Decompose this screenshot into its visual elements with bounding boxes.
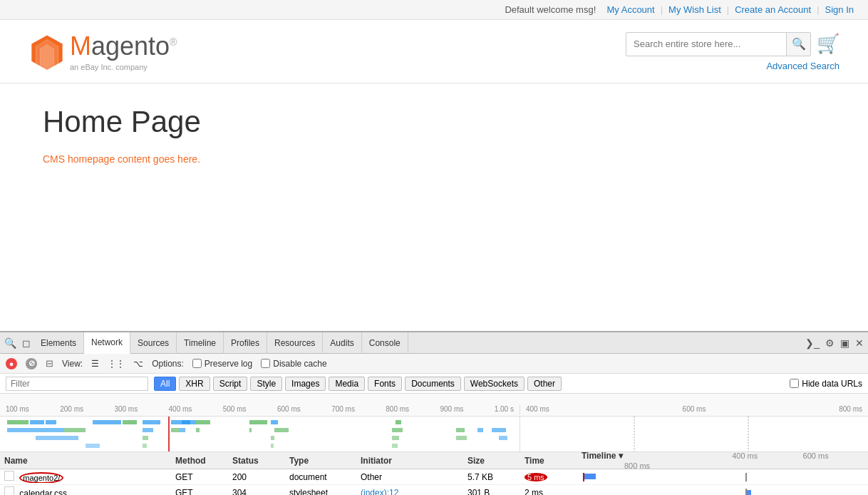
col-type-header[interactable]: Type	[285, 456, 356, 466]
filter-all[interactable]: All	[154, 377, 176, 391]
filter-documents[interactable]: Documents	[405, 377, 461, 391]
cart-icon[interactable]: 🛒	[817, 33, 839, 55]
filter-images[interactable]: Images	[285, 377, 326, 391]
devtools-icons: ❯_ ⚙ ▣ ✕	[805, 337, 864, 349]
svg-rect-35	[86, 444, 100, 448]
tab-timeline[interactable]: Timeline	[177, 332, 224, 354]
table-row[interactable]: calendar.css GET 304 stylesheet (index):…	[0, 485, 868, 495]
tab-console[interactable]: Console	[362, 332, 408, 354]
tab-elements[interactable]: Elements	[33, 332, 84, 354]
disable-cache-label[interactable]: Disable cache	[261, 359, 326, 369]
initiator-link[interactable]: (index):12	[361, 488, 398, 496]
row-status: 200	[228, 472, 285, 482]
advanced-search-link[interactable]: Advanced Search	[766, 61, 839, 71]
site-header: Magento® an eBay Inc. company 🔍 🛒 Advanc…	[0, 20, 868, 83]
row-method: GET	[171, 472, 228, 482]
view-flame-icon[interactable]: ⌥	[133, 359, 143, 369]
svg-rect-27	[477, 428, 483, 432]
filter-icon[interactable]: ⊟	[46, 358, 53, 369]
magento-logo[interactable]: Magento® an eBay Inc. company	[29, 31, 177, 71]
create-account-link[interactable]: Create an Account	[735, 4, 811, 15]
row-name-highlighted: magento2/	[19, 472, 63, 483]
tab-resources[interactable]: Resources	[267, 332, 323, 354]
devtools-search-icon[interactable]: 🔍	[4, 337, 16, 349]
row-name: magento2/	[0, 471, 171, 483]
devtools-terminal-icon[interactable]: ❯_	[805, 337, 820, 349]
col-time-header[interactable]: Time	[520, 456, 577, 466]
disable-cache-checkbox[interactable]	[261, 359, 270, 368]
view-tree-icon[interactable]: ⋮⋮	[108, 359, 125, 369]
filter-input[interactable]	[6, 377, 148, 391]
svg-rect-4	[30, 420, 44, 424]
options-label: Options:	[152, 359, 184, 369]
filter-fonts[interactable]: Fonts	[368, 377, 402, 391]
filter-websockets[interactable]: WebSockets	[464, 377, 525, 391]
view-list-icon[interactable]: ☰	[91, 359, 99, 369]
svg-rect-12	[196, 420, 210, 424]
search-button[interactable]: 🔍	[786, 32, 810, 56]
devtools-tab-bar: 🔍 ◻ Elements Network Sources Timeline Pr…	[0, 332, 868, 354]
hide-data-urls-checkbox[interactable]	[790, 379, 799, 388]
logo-area: Magento® an eBay Inc. company	[29, 31, 177, 71]
tab-profiles[interactable]: Profiles	[224, 332, 267, 354]
row-size: 5.7 KB	[463, 472, 520, 482]
search-input[interactable]	[626, 39, 786, 49]
filter-other[interactable]: Other	[527, 377, 562, 391]
my-account-link[interactable]: My Account	[607, 4, 655, 15]
filter-media[interactable]: Media	[329, 377, 365, 391]
preserve-log-checkbox[interactable]	[192, 359, 202, 368]
timeline-bars	[0, 417, 868, 452]
filter-style[interactable]: Style	[250, 377, 282, 391]
row-time: 5 ms	[520, 472, 577, 482]
my-wish-list-link[interactable]: My Wish List	[668, 4, 721, 15]
col-status-header[interactable]: Status	[228, 456, 285, 466]
stop-button[interactable]: ⊘	[26, 358, 37, 369]
record-button[interactable]: ●	[6, 358, 17, 369]
svg-rect-34	[499, 436, 507, 440]
col-name-header[interactable]: Name	[0, 456, 171, 466]
timeline-ruler-left: 100 ms 200 ms 300 ms 400 ms 500 ms 600 m…	[0, 405, 520, 414]
tab-sources[interactable]: Sources	[130, 332, 177, 354]
svg-rect-29	[36, 436, 78, 440]
row-time: 2 ms	[520, 488, 577, 496]
row-initiator: Other	[356, 472, 463, 482]
devtools-close-icon[interactable]: ✕	[855, 337, 864, 349]
devtools-settings-icon[interactable]: ⚙	[825, 337, 835, 349]
cms-link[interactable]: CMS homepage content goes here.	[43, 153, 200, 165]
header-right: 🔍 🛒 Advanced Search	[626, 32, 839, 71]
file-checkbox[interactable]	[4, 471, 14, 481]
col-initiator-header[interactable]: Initiator	[356, 456, 463, 466]
row-type: document	[285, 472, 356, 482]
row-type: stylesheet	[285, 488, 356, 496]
col-timeline-header[interactable]: Timeline ▾ 400 ms 600 ms 800 ms	[577, 451, 868, 471]
svg-rect-9	[153, 420, 160, 424]
sign-in-link[interactable]: Sign In	[825, 4, 854, 15]
filter-xhr[interactable]: XHR	[179, 377, 210, 391]
devtools-dock-icon[interactable]: ▣	[840, 337, 849, 349]
cms-content: CMS homepage content goes here.	[43, 153, 825, 165]
svg-rect-19	[143, 428, 153, 432]
row-size: 301 B	[463, 488, 520, 496]
row-initiator: (index):12	[356, 488, 463, 496]
col-size-header[interactable]: Size	[463, 456, 520, 466]
devtools-inspect-icon[interactable]: ◻	[22, 337, 31, 349]
timeline-waterfall-left	[0, 417, 520, 451]
svg-rect-26	[456, 428, 465, 432]
file-checkbox[interactable]	[4, 486, 14, 495]
brand-tagline: an eBay Inc. company	[70, 63, 177, 71]
svg-rect-28	[492, 428, 506, 432]
svg-rect-25	[392, 428, 403, 432]
table-row[interactable]: magento2/ GET 200 document Other 5.7 KB …	[0, 469, 868, 485]
filter-script[interactable]: Script	[213, 377, 248, 391]
svg-marker-2	[40, 44, 53, 70]
tab-network[interactable]: Network	[84, 332, 130, 354]
timeline-ruler-right: 400 ms 600 ms 800 ms	[520, 405, 868, 414]
tab-audits[interactable]: Audits	[323, 332, 361, 354]
welcome-message: Default welcome msg!	[505, 4, 596, 15]
col-method-header[interactable]: Method	[171, 456, 228, 466]
preserve-log-label[interactable]: Preserve log	[192, 359, 252, 369]
svg-rect-17	[7, 428, 64, 432]
main-content: Home Page CMS homepage content goes here…	[0, 83, 868, 347]
search-row: 🔍 🛒	[626, 32, 839, 56]
svg-rect-30	[143, 436, 148, 440]
